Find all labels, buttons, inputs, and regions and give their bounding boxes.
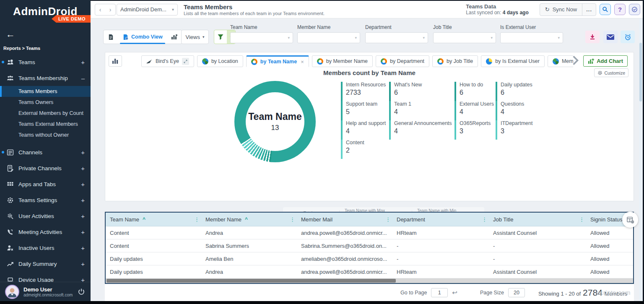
- page-size-input[interactable]: [508, 288, 525, 297]
- tab-by-job-title[interactable]: by Job Title: [432, 55, 478, 67]
- expand-plus-icon[interactable]: +: [81, 59, 85, 66]
- sync-now-button[interactable]: ↻Sync Now ...: [540, 3, 596, 16]
- close-icon[interactable]: ×: [301, 59, 304, 65]
- column-menu-icon[interactable]: ⋮: [385, 216, 391, 223]
- legend-item[interactable]: Team 14: [389, 101, 454, 120]
- expand-plus-icon[interactable]: +: [81, 181, 85, 188]
- legend-item[interactable]: General Announcements4: [389, 120, 454, 140]
- goto-page-input[interactable]: [431, 288, 448, 297]
- sidebar-item-teams-settings[interactable]: Teams Settings +: [0, 192, 91, 208]
- expand-plus-icon[interactable]: +: [81, 165, 85, 172]
- expand-plus-icon[interactable]: +: [81, 149, 85, 156]
- legend-item[interactable]: O365Reports3: [454, 120, 496, 140]
- sidebar-item-teams-without-owner[interactable]: Teams without Owner: [0, 130, 91, 140]
- vertical-scrollbar[interactable]: [639, 18, 642, 301]
- legend-item[interactable]: External Users4: [454, 101, 496, 120]
- legend-item[interactable]: How to do6: [454, 82, 496, 101]
- chart-view-button[interactable]: [167, 30, 182, 44]
- column-menu-icon[interactable]: ⋮: [194, 216, 200, 223]
- audit-check-button[interactable]: [629, 4, 640, 15]
- schedule-alarm-button[interactable]: [621, 31, 635, 43]
- sidebar-item-daily-summary[interactable]: Daily Summary +: [0, 256, 91, 272]
- column-menu-icon[interactable]: ⋮: [482, 216, 487, 223]
- expand-plus-icon[interactable]: +: [81, 244, 85, 252]
- sidebar-item-private-channels[interactable]: Private Channels +: [0, 160, 91, 176]
- table-row[interactable]: Daily updatesAmelia Benameliaben@o365dro…: [106, 252, 633, 265]
- sidebar-item-inactive-users[interactable]: Inactive Users +: [0, 240, 91, 256]
- column-header-department[interactable]: Department⋮: [392, 213, 489, 226]
- scrollbar-thumb[interactable]: [639, 43, 642, 101]
- sidebar-item-teams-members[interactable]: Teams Members: [0, 86, 91, 97]
- views-dropdown[interactable]: Views▾: [181, 30, 209, 44]
- sidebar-item-teams-membership[interactable]: Teams Membership –: [0, 70, 91, 86]
- expand-plus-icon[interactable]: +: [81, 197, 85, 204]
- team-name-combobox[interactable]: ▾: [230, 32, 293, 43]
- customize-button[interactable]: Customize: [594, 68, 628, 77]
- sync-more-button[interactable]: ...: [582, 6, 596, 13]
- department-combobox[interactable]: ▾: [365, 32, 428, 43]
- legend-item[interactable]: Questions4: [496, 101, 546, 120]
- filter-team-name: Team Name ▾: [230, 24, 293, 43]
- grid-view-button[interactable]: [104, 30, 118, 44]
- legend-item[interactable]: Help and support4: [341, 120, 389, 140]
- column-menu-icon[interactable]: ⋮: [290, 216, 295, 223]
- sidebar-item-meeting-activities[interactable]: Meeting Activities +: [0, 224, 91, 240]
- sidebar-item-teams-external-members[interactable]: Teams External Members: [0, 119, 91, 130]
- table-row[interactable]: ContentSabrina SummersSabrina.Summers@o3…: [106, 239, 633, 252]
- go-icon[interactable]: ↩: [452, 289, 457, 296]
- tab-by-is-external-user[interactable]: by Is External User: [481, 55, 545, 67]
- column-header-team-name[interactable]: Team Name^⋮: [106, 213, 201, 226]
- back-arrow-icon[interactable]: ←: [6, 29, 18, 40]
- power-icon[interactable]: [77, 288, 86, 296]
- sidebar-item-user-activities[interactable]: User Activities +: [0, 208, 91, 224]
- column-header-member-mail[interactable]: Member Mail⋮: [297, 213, 392, 226]
- column-header-member-name[interactable]: Member Name^⋮: [201, 213, 297, 226]
- export-download-button[interactable]: [585, 31, 600, 43]
- expand-plus-icon[interactable]: +: [81, 260, 85, 268]
- sidebar-item-external-members-by-count[interactable]: External Members by Count: [0, 108, 91, 119]
- combo-view-tab[interactable]: Combo View: [118, 30, 167, 44]
- column-settings-button[interactable]: [622, 212, 638, 228]
- table-row[interactable]: Daily updatesAndreaandrea.powell@o365dro…: [106, 265, 633, 278]
- add-chart-button[interactable]: Add Chart: [583, 55, 628, 67]
- tab-by-team-name[interactable]: by Team Name ×: [246, 55, 309, 67]
- member-name-combobox[interactable]: ▾: [297, 32, 360, 43]
- collapse-minus-icon[interactable]: –: [81, 75, 85, 82]
- fullscreen-icon[interactable]: [182, 58, 189, 65]
- legend-item[interactable]: ITDepartment3: [496, 120, 546, 140]
- total-records: 2784: [583, 288, 602, 298]
- column-header-job-title[interactable]: Job Title⋮: [489, 213, 586, 226]
- help-button[interactable]: ?: [614, 4, 626, 15]
- expand-plus-icon[interactable]: +: [81, 229, 85, 236]
- legend-item[interactable]: Intern Resources2733: [341, 82, 389, 101]
- tenant-select[interactable]: AdminDroid Dem... ▾: [117, 4, 178, 16]
- tab-birds-eye[interactable]: Bird's Eye: [141, 55, 194, 67]
- user-block[interactable]: Demo User admeight.onmicrosoft.com: [0, 282, 91, 301]
- tabs-scroll-right-icon[interactable]: [570, 55, 581, 66]
- next-tenant-icon[interactable]: ›: [105, 6, 115, 13]
- table-row[interactable]: ContentAndreaandrea.powell@o365droid.onm…: [106, 226, 633, 239]
- legend-item[interactable]: Daily updates6: [496, 82, 546, 101]
- job-title-combobox[interactable]: ▾: [433, 32, 496, 43]
- global-search-button[interactable]: [600, 4, 611, 15]
- legend-item[interactable]: Content2: [341, 140, 389, 159]
- is-external-user-combobox[interactable]: ▾: [500, 32, 563, 43]
- email-report-button[interactable]: [603, 31, 618, 43]
- donut-chart[interactable]: Team Name 13: [234, 81, 316, 162]
- expand-plus-icon[interactable]: +: [81, 213, 85, 220]
- sidebar-item-teams-owners[interactable]: Teams Owners: [0, 97, 91, 108]
- tab-members-truncated[interactable]: Membe: [548, 55, 573, 67]
- legend-item[interactable]: What's New6: [389, 82, 454, 101]
- column-menu-icon[interactable]: ⋮: [579, 216, 584, 223]
- legend-item[interactable]: Support team5: [341, 101, 389, 120]
- tab-by-location[interactable]: by Location: [197, 55, 243, 67]
- chart-type-button[interactable]: [109, 55, 122, 67]
- prev-tenant-icon[interactable]: ‹: [95, 6, 105, 13]
- horizontal-scrollbar[interactable]: [106, 278, 633, 283]
- sidebar-item-channels[interactable]: Channels +: [0, 144, 91, 160]
- tab-by-member-name[interactable]: by Member Name: [312, 55, 373, 67]
- sidebar-item-apps-and-tabs[interactable]: Apps and Tabs +: [0, 176, 91, 192]
- sidebar-item-teams[interactable]: Teams +: [0, 54, 91, 70]
- tab-by-department[interactable]: by Department: [376, 55, 429, 67]
- scrollbar-thumb[interactable]: [106, 279, 396, 283]
